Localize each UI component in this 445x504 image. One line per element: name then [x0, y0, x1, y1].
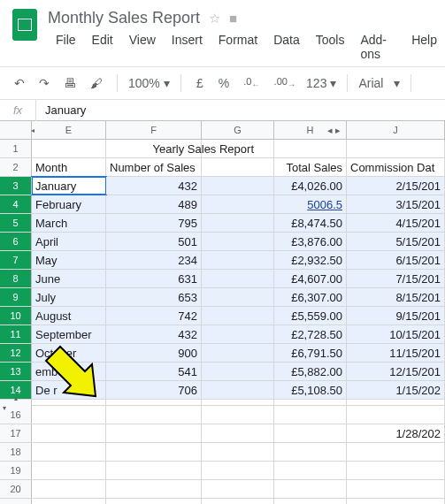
row-header-8[interactable]: 8 [0, 270, 32, 287]
cell[interactable] [202, 214, 274, 232]
row-header-19[interactable]: 19 [0, 462, 32, 479]
cell[interactable] [202, 195, 274, 213]
cell-month[interactable]: January [32, 177, 106, 195]
cell-month[interactable]: September [32, 325, 106, 343]
menu-addons[interactable]: Add-ons [352, 29, 403, 66]
cell-commission-date[interactable]: 2/15/201 [347, 177, 445, 195]
cell-total-sales[interactable]: £5,882.00 [274, 363, 347, 380]
cell-month[interactable]: February [32, 195, 106, 213]
cell-total-sales[interactable]: £4,026.00 [274, 177, 347, 195]
cell-commission-date[interactable]: 11/15/201 [347, 344, 445, 362]
row-header-17[interactable]: 17 [0, 424, 32, 442]
decrease-decimal-button[interactable]: .0← [240, 73, 263, 93]
cell[interactable] [202, 177, 274, 195]
cell[interactable] [202, 344, 274, 362]
report-title-cell[interactable]: Yearly Sales Report [106, 140, 202, 157]
header-commission-date[interactable]: Commission Dat [347, 158, 445, 176]
percent-button[interactable]: % [215, 73, 233, 94]
cell-month[interactable]: June [32, 270, 106, 287]
cell-total-sales[interactable]: £2,728.50 [274, 325, 347, 343]
cell-commission-date[interactable]: 4/15/201 [347, 214, 445, 232]
row-header-4[interactable]: 4 [0, 195, 32, 213]
cell-num-sales[interactable]: 234 [106, 251, 202, 269]
cell-total-sales[interactable]: 5006.5 [274, 195, 347, 213]
paint-format-icon[interactable]: 🖌 [87, 73, 106, 94]
row-header-11[interactable]: 11 [0, 325, 32, 343]
cell-total-sales[interactable]: £5,108.50 [274, 381, 347, 399]
row-header-5[interactable]: 5 [0, 214, 32, 232]
cell-num-sales[interactable]: 742 [106, 307, 202, 325]
cell-total-sales[interactable]: £2,932.50 [274, 251, 347, 269]
cell[interactable] [202, 288, 274, 306]
cell-num-sales[interactable]: 501 [106, 233, 202, 250]
cell-num-sales[interactable]: 432 [106, 325, 202, 343]
cell-num-sales[interactable]: 541 [106, 363, 202, 380]
cell-month[interactable]: July [32, 288, 106, 306]
row-header-9[interactable]: 9 [0, 288, 32, 306]
cell[interactable] [347, 140, 445, 157]
currency-button[interactable]: £ [192, 73, 208, 94]
cell-commission-date[interactable]: 8/15/201 [347, 288, 445, 306]
cell-month[interactable]: De r [32, 381, 106, 399]
row-header-7[interactable]: 7 [0, 251, 32, 269]
cell-num-sales[interactable]: 900 [106, 344, 202, 362]
cell[interactable] [32, 406, 106, 424]
cell-total-sales[interactable]: £6,791.50 [274, 344, 347, 362]
select-all-cell[interactable] [0, 121, 32, 139]
menu-insert[interactable]: Insert [164, 29, 211, 66]
cell-commission-date[interactable]: 10/15/201 [347, 325, 445, 343]
cell-commission-date[interactable]: 6/15/201 [347, 251, 445, 269]
sheets-logo[interactable] [7, 7, 42, 42]
cell-num-sales[interactable]: 706 [106, 381, 202, 399]
cell-commission-date[interactable]: 3/15/201 [347, 195, 445, 213]
row-header-3[interactable]: 3 [0, 177, 32, 195]
folder-icon[interactable]: ■ [229, 11, 237, 26]
cell[interactable] [202, 251, 274, 269]
cell-total-sales[interactable]: £5,559.00 [274, 307, 347, 325]
row-header-6[interactable]: 6 [0, 233, 32, 250]
cell-num-sales[interactable]: 489 [106, 195, 202, 213]
menu-data[interactable]: Data [265, 29, 308, 66]
cell-num-sales[interactable]: 432 [106, 177, 202, 195]
cell-total-sales[interactable]: £3,876.00 [274, 233, 347, 250]
row-header-16[interactable]: ▾16 [0, 406, 32, 424]
menu-format[interactable]: Format [211, 29, 265, 66]
cell[interactable] [202, 158, 274, 176]
print-icon[interactable]: 🖶 [60, 73, 80, 94]
col-header-g[interactable]: G [202, 121, 274, 139]
document-title[interactable]: Monthly Sales Report [48, 9, 200, 27]
cell[interactable] [274, 140, 347, 157]
cell-commission-date[interactable]: 1/15/202 [347, 381, 445, 399]
increase-decimal-button[interactable]: .00→ [271, 73, 299, 93]
menu-edit[interactable]: Edit [84, 29, 121, 66]
row-header-21[interactable]: 21 [0, 499, 32, 504]
cell-month[interactable]: October [32, 344, 106, 362]
cell-month[interactable]: March [32, 214, 106, 232]
cell-num-sales[interactable]: 653 [106, 288, 202, 306]
spreadsheet-grid[interactable]: ◂E F G H◂ ▸ J 1 Yearly Sales Report 2 Mo… [0, 120, 445, 504]
undo-icon[interactable]: ↶ [11, 73, 28, 94]
menu-file[interactable]: File [48, 29, 84, 66]
redo-icon[interactable]: ↷ [35, 73, 53, 94]
col-header-e[interactable]: ◂E [32, 121, 106, 139]
cell-commission-date[interactable]: 9/15/201 [347, 307, 445, 325]
menu-view[interactable]: View [121, 29, 164, 66]
star-icon[interactable]: ☆ [209, 11, 220, 27]
font-dropdown[interactable]: Arial ▾ [358, 76, 400, 90]
zoom-dropdown[interactable]: 100%▾ [128, 76, 170, 90]
header-month[interactable]: Month [32, 158, 106, 176]
cell-commission-date[interactable]: 12/15/201 [347, 363, 445, 380]
col-header-j[interactable]: J [347, 121, 445, 139]
cell-commission-date[interactable]: 5/15/201 [347, 233, 445, 250]
cell-month[interactable]: ember [32, 363, 106, 380]
row-header-2[interactable]: 2 [0, 158, 32, 176]
row-header-13[interactable]: 13 [0, 363, 32, 380]
cell-month[interactable]: August [32, 307, 106, 325]
cell-num-sales[interactable]: 631 [106, 270, 202, 287]
cell[interactable] [202, 270, 274, 287]
cell-commission-date[interactable]: 7/15/201 [347, 270, 445, 287]
cell-total-sales[interactable]: £4,607.00 [274, 270, 347, 287]
row-header-10[interactable]: 10 [0, 307, 32, 325]
more-formats-dropdown[interactable]: 123▾ [306, 76, 336, 90]
col-header-f[interactable]: F [106, 121, 202, 139]
